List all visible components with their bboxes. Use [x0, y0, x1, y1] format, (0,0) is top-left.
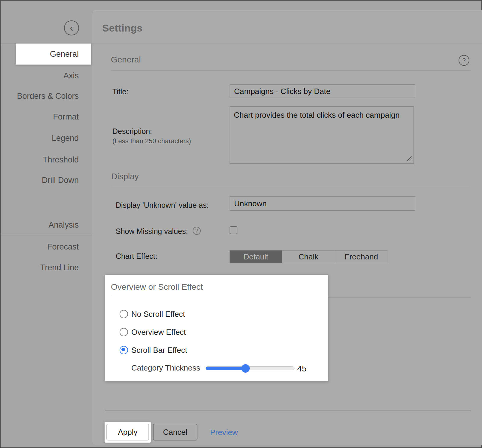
cancel-button[interactable]: Cancel: [153, 424, 197, 440]
radio-scroll-bar-effect[interactable]: Scroll Bar Effect: [120, 345, 312, 356]
title-label: Title:: [112, 87, 128, 96]
radio-icon: [120, 328, 128, 336]
description-value: Chart provides the total clicks of each …: [234, 110, 400, 120]
sidebar-item-general[interactable]: General: [16, 44, 91, 65]
chart-effect-label: Chart Effect:: [116, 252, 157, 261]
sidebar-divider: [1, 235, 92, 235]
unknown-input-value: Unknown: [234, 199, 267, 208]
thickness-slider-fill: [206, 367, 246, 370]
display-section-divider: [111, 187, 471, 187]
show-missing-label: Show Missing values:: [116, 227, 188, 236]
radio-no-scroll-effect[interactable]: No Scroll Effect: [120, 309, 312, 319]
category-thickness-label: Category Thickness: [131, 363, 200, 373]
unknown-value-input[interactable]: Unknown: [230, 196, 415, 211]
sidebar-item-drill-down[interactable]: Drill Down: [1, 174, 79, 187]
title-input[interactable]: Campaigns - Clicks by Date: [230, 84, 415, 98]
sidebar-item-format[interactable]: Format: [1, 110, 79, 123]
resize-grip-icon[interactable]: [407, 156, 412, 161]
radio-label: Overview Effect: [131, 328, 186, 337]
overview-scroll-effect-section: Overview or Scroll Effect No Scroll Effe…: [105, 275, 328, 381]
settings-screen: ‹ Settings General Axis Borders & Colors…: [0, 0, 482, 448]
sidebar-item-label: General: [16, 44, 79, 65]
scroll-section-divider: [111, 297, 328, 297]
sidebar-item-borders-colors[interactable]: Borders & Colors: [1, 89, 79, 103]
panel-header-divider: [92, 44, 482, 44]
show-missing-checkbox[interactable]: [230, 226, 237, 234]
radio-overview-effect[interactable]: Overview Effect: [120, 327, 312, 338]
sidebar-item-forecast[interactable]: Forecast: [1, 240, 79, 253]
general-section-divider: [111, 70, 471, 71]
chart-effect-option-default[interactable]: Default: [230, 250, 282, 263]
help-icon[interactable]: ?: [459, 55, 469, 66]
display-unknown-label: Display 'Unknown' value as:: [116, 201, 209, 210]
preview-link[interactable]: Preview: [210, 428, 238, 437]
sidebar-item-legend[interactable]: Legend: [1, 132, 79, 145]
radio-icon: [120, 346, 128, 354]
display-section-heading: Display: [111, 172, 139, 181]
description-hint: (Less than 250 characters): [112, 137, 191, 145]
radio-label: Scroll Bar Effect: [131, 346, 187, 355]
chart-effect-option-chalk[interactable]: Chalk: [282, 250, 335, 263]
radio-icon: [120, 310, 128, 318]
radio-label: No Scroll Effect: [131, 310, 185, 319]
scroll-section-heading: Overview or Scroll Effect: [111, 282, 203, 292]
sidebar-item-axis[interactable]: Axis: [1, 69, 79, 82]
page-title: Settings: [102, 22, 142, 34]
back-button[interactable]: ‹: [64, 20, 79, 35]
title-input-value: Campaigns - Clicks by Date: [234, 87, 331, 96]
missing-help-icon[interactable]: ?: [193, 227, 201, 235]
chart-effect-segmented-control: Default Chalk Freehand: [230, 250, 388, 263]
thickness-slider[interactable]: [206, 366, 294, 370]
description-label: Description:: [112, 127, 152, 136]
thickness-value: 45: [297, 364, 307, 374]
chart-effect-option-freehand[interactable]: Freehand: [335, 250, 388, 263]
apply-button[interactable]: Apply: [106, 424, 149, 440]
scroll-section-divider-dim: [328, 297, 471, 298]
footer-divider: [105, 410, 471, 411]
general-section-heading: General: [111, 55, 141, 65]
sidebar-item-trend-line[interactable]: Trend Line: [1, 261, 79, 274]
chevron-left-icon: ‹: [70, 22, 73, 33]
description-textarea[interactable]: Chart provides the total clicks of each …: [230, 106, 414, 164]
sidebar-section-analysis[interactable]: Analysis: [1, 218, 79, 232]
thickness-slider-handle[interactable]: [241, 364, 250, 373]
sidebar-item-threshold[interactable]: Threshold: [1, 153, 79, 166]
